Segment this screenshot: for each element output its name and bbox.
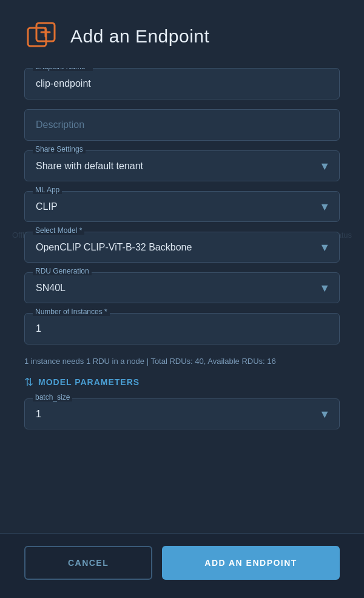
batch-size-wrapper: 1 2 4 8 ▼	[24, 398, 340, 429]
dialog-header: Add an Endpoint	[0, 0, 364, 68]
ml-app-wrapper: CLIP Other ▼	[24, 191, 340, 222]
share-settings-wrapper: Share with default tenant Share with all…	[24, 150, 340, 181]
instances-input[interactable]	[24, 313, 340, 344]
cancel-button[interactable]: CANCEL	[24, 546, 152, 580]
batch-size-select[interactable]: 1 2 4 8	[24, 398, 340, 429]
select-model-wrapper: OpenCLIP CLIP-ViT-B-32 Backbone ▼	[24, 232, 340, 263]
rdu-generation-wrapper: SN40L SN30 SN10 ▼	[24, 272, 340, 303]
endpoint-name-label: Endpoint Name *	[33, 68, 93, 71]
dialog-footer: CANCEL ADD AN ENDPOINT	[0, 533, 364, 598]
ml-app-label: ML App	[33, 186, 62, 194]
logo-icon	[24, 19, 58, 53]
add-endpoint-button[interactable]: ADD AN ENDPOINT	[162, 546, 340, 580]
batch-size-label: batch_size	[33, 393, 72, 401]
rdu-info-text: 1 instance needs 1 RDU in a node | Total…	[24, 354, 340, 368]
ml-app-group: ML App CLIP Other ▼	[24, 191, 340, 222]
model-params-label: MODEL PARAMETERS	[38, 377, 140, 387]
description-input[interactable]	[24, 109, 340, 141]
page-title: Add an Endpoint	[70, 26, 209, 47]
ml-app-select[interactable]: CLIP Other	[24, 191, 340, 222]
add-endpoint-dialog: Offline RDU 0 of 8 Status Add an Endpoin…	[0, 0, 364, 598]
endpoint-name-input[interactable]	[24, 68, 340, 99]
batch-size-group: batch_size 1 2 4 8 ▼	[24, 398, 340, 429]
form-content: Endpoint Name * Share Settings Share wit…	[0, 68, 364, 533]
description-group	[24, 109, 340, 141]
rdu-generation-select[interactable]: SN40L SN30 SN10	[24, 272, 340, 303]
select-model-select[interactable]: OpenCLIP CLIP-ViT-B-32 Backbone	[24, 232, 340, 263]
instances-group: Number of Instances *	[24, 313, 340, 344]
model-params-toggle[interactable]: ⇅ MODEL PARAMETERS	[24, 375, 340, 389]
select-model-group: Select Model * OpenCLIP CLIP-ViT-B-32 Ba…	[24, 232, 340, 263]
rdu-generation-group: RDU Generation SN40L SN30 SN10 ▼	[24, 272, 340, 303]
share-settings-select[interactable]: Share with default tenant Share with all…	[24, 150, 340, 181]
select-model-label: Select Model *	[33, 226, 84, 235]
share-settings-group: Share Settings Share with default tenant…	[24, 150, 340, 181]
share-settings-label: Share Settings	[33, 145, 86, 153]
instances-label: Number of Instances *	[33, 307, 110, 316]
model-params-expand-icon: ⇅	[24, 375, 33, 389]
rdu-generation-label: RDU Generation	[33, 267, 92, 275]
endpoint-name-group: Endpoint Name *	[24, 68, 340, 99]
